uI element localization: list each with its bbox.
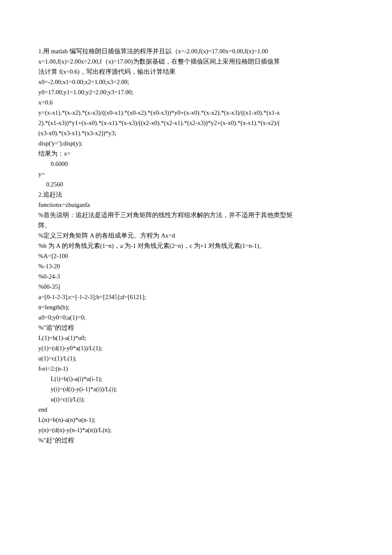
text-line: y=	[38, 169, 354, 179]
document-page: 1.用 matlab 编写拉格朗日插值算法的程序并且以（x=-2.00,f(x)…	[0, 0, 392, 471]
text-line: u(i)=c(i)/L(i);	[38, 394, 354, 404]
text-line: 结果为：x=	[38, 148, 354, 159]
text-line: a=[0-1-2-3];c=[-1-2-3];b=[2345];d=[6121]…	[38, 292, 354, 302]
text-line: functionx=zhuiganfa	[38, 200, 354, 210]
text-line: 2).*(x1-x3))*y1+(x-x0).*(x-x1).*(x-x3)/(…	[38, 118, 354, 128]
text-line: y(i)=(d(i)-y(i-1)*a(i))/L(i);	[38, 384, 354, 394]
text-line: %A=[2-100	[38, 251, 354, 261]
text-line: x=0.6	[38, 97, 354, 108]
text-line: %定义三对角矩阵 A 的各组成单元。方程为 Ax=d	[38, 230, 354, 241]
text-line: u0=0;y0=0;a(1)=0;	[38, 312, 354, 323]
text-line: L(i)=b(i)-a(i)*u(i-1);	[38, 374, 354, 384]
text-line: %首先说明：追赶法是适用于三对角矩阵的线性方程组求解的方法，并不适用于其他类型矩	[38, 210, 354, 220]
text-line: x0=-2.00;x1=0.00;x2=1.00;x3=2.00;	[38, 77, 354, 87]
text-line: %"追"的过程	[38, 323, 354, 333]
text-line: L(1)=b(1)-a(1)*u0;	[38, 333, 354, 343]
text-line: y(1)=(d(1)-y0*a(1))/L(1);	[38, 343, 354, 353]
text-line: y0=17.00;y1=1.00;y2=2.00;y3=17.00;	[38, 87, 354, 97]
text-line: 阵。	[38, 220, 354, 230]
text-line: n=length(b);	[38, 302, 354, 312]
text-line: %b 为 A 的对角线元素(1~n)，a 为-1 对角线元素(2~n)，c 为+…	[38, 241, 354, 251]
text-line: 法计算 f(x=0.6)，写出程序源代码，输出计算结果	[38, 67, 354, 77]
text-line: 0.6000	[38, 159, 354, 169]
text-line: 0.2560	[38, 179, 354, 189]
text-line: x=1.00,f(x)=2.00x=2.00,f（x)=17.00)为数据基础，…	[38, 56, 354, 67]
text-line: disp('y=');disp(y);	[38, 138, 354, 148]
text-line: %"赶"的过程	[38, 435, 354, 445]
text-line: y=(x-x1).*(x-x2).*(x-x3)/((x0-x1).*(x0-x…	[38, 108, 354, 118]
text-line: (x3-x0).*(x3-x1).*(x3-x2))*y3;	[38, 128, 354, 138]
text-line: L(n)=b(n)-a(n)*u(n-1);	[38, 415, 354, 425]
text-line: y(n)=(d(n)-y(n-1)*a(n))/L(n);	[38, 425, 354, 435]
text-line: fori=2:(n-1)	[38, 363, 354, 374]
text-line: 2.追赶法	[38, 189, 354, 200]
text-line: end	[38, 404, 354, 415]
text-line: u(1)=c(1)/L(1);	[38, 353, 354, 363]
text-line: %00-35]	[38, 282, 354, 292]
text-line: %0-24-3	[38, 271, 354, 282]
text-line: %-13-20	[38, 261, 354, 271]
text-line: 1.用 matlab 编写拉格朗日插值算法的程序并且以（x=-2.00,f(x)…	[38, 46, 354, 56]
